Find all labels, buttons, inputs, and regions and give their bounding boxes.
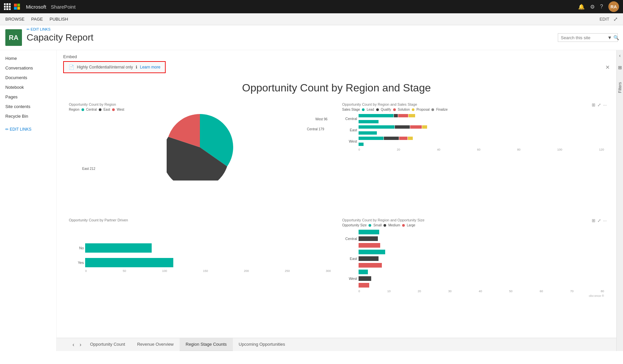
filters-panel: ‹ ⊞ Filters [616,50,623,351]
embed-label: Embed [63,54,610,59]
powered-by: obv:ence ® [342,293,604,298]
top-bar: Microsoft SharePoint 🔔 ⚙ ? RA [0,0,623,13]
size-west-medium [359,276,371,281]
size-west-large [359,283,369,288]
sidebar-item-notebook[interactable]: Notebook [0,82,56,92]
sidebar-item-conversations[interactable]: Conversations [0,63,56,73]
close-icon[interactable]: ✕ [605,64,610,70]
edit-links-header[interactable]: ✏ EDIT LINKS [27,27,51,32]
bar-label-east: East [342,128,357,132]
search-box[interactable]: ▼ 🔍 [558,33,618,42]
filter-icon[interactable]: ⊞ [618,65,622,70]
info-icon: ℹ [136,65,137,69]
sidebar-item-documents[interactable]: Documents [0,73,56,82]
app-name: SharePoint [51,4,76,10]
report-area: Opportunity Count by Region and Stage Op… [57,75,616,338]
tab-region-stage-counts[interactable]: Region Stage Counts [180,338,233,351]
bar-east-proposal [422,125,427,129]
bar-label-central: Central [342,117,357,121]
bar-central-finalize [359,120,379,123]
sidebar-item-site-contents[interactable]: Site contents [0,102,56,111]
pie-label-east: East 212 [82,167,95,171]
ribbon-page[interactable]: PAGE [31,17,43,22]
ribbon-expand-icon[interactable]: ⤢ [613,16,618,22]
size-label-west: West [342,277,357,281]
expand-icon-stage[interactable]: ⤢ [597,102,601,107]
learn-more-link[interactable]: Learn more [140,65,160,69]
partner-chart-title: Opportunity Count by Partner Driven [69,218,331,222]
legend-lead: Lead [367,108,374,111]
tab-prev-btn[interactable]: ‹ [70,342,77,348]
size-bar-central: Central [342,230,604,248]
microsoft-logo [14,4,20,10]
legend-dot-central [81,108,84,111]
tab-opportunity-count[interactable]: Opportunity Count [84,338,131,351]
notification-icon[interactable]: 🔔 [578,4,585,10]
filters-label[interactable]: Filters [618,82,622,93]
partner-label-no: No [69,246,84,250]
legend-dot-medium [384,224,386,227]
filter-icon-stage[interactable]: ⊞ [592,102,595,107]
legend-solution: Solution [398,108,410,111]
more-icon-stage[interactable]: ··· [603,102,607,107]
chevron-left-icon[interactable]: ‹ [619,53,621,58]
ribbon-publish[interactable]: PUBLISH [50,17,68,22]
pie-label-west: West 96 [315,117,328,121]
expand-icon-size[interactable]: ⤢ [597,218,601,223]
grid-icon[interactable] [4,3,11,10]
chart-icons-size: ⊞ ⤢ ··· [592,218,607,223]
partner-bar-yes: Yes [69,258,331,267]
legend-dot-large [402,224,405,227]
bar-row-central: Central [342,114,604,123]
ribbon-browse[interactable]: BROWSE [5,17,25,22]
page-title: Capacity Report [27,32,93,43]
size-group-central [359,230,604,248]
filter-icon-size[interactable]: ⊞ [592,218,595,223]
embed-banner: 📄 Highly Confidential\Internal only ℹ Le… [63,61,166,73]
settings-icon[interactable]: ⚙ [590,4,595,10]
bottom-tabs: ‹ › Opportunity Count Revenue Overview R… [57,338,616,351]
size-central-small [359,230,379,234]
search-input[interactable] [561,35,607,40]
tab-next-btn[interactable]: › [77,342,84,348]
size-legend: Opportunity Size Small Medium Large [342,223,604,227]
size-bar-west: West [342,270,604,288]
size-group-west [359,270,604,288]
pie-legend: Region Central East West [69,108,331,111]
sidebar: Home Conversations Documents Notebook Pa… [0,50,57,351]
chart-icons-stage: ⊞ ⤢ ··· [592,102,607,107]
size-bar-east: East [342,250,604,268]
help-icon[interactable]: ? [600,4,603,10]
pie-legend-label: Region [69,108,79,111]
ribbon: BROWSE PAGE PUBLISH EDIT ⤢ [0,13,623,25]
size-chart-title: Opportunity Count by Region and Opportun… [342,218,604,222]
ribbon-edit[interactable]: EDIT [599,17,609,22]
size-chart-panel: ⊞ ⤢ ··· Opportunity Count by Region and … [337,215,610,332]
partner-bar-fill-yes [85,258,173,267]
stage-axis: 020406080100120 [342,148,604,151]
sidebar-edit-links[interactable]: ✏ EDIT LINKS [0,124,56,135]
bar-west-solution [399,137,407,140]
sidebar-item-recycle-bin[interactable]: Recycle Bin [0,111,56,121]
size-east-small [359,250,385,254]
partner-bar-fill-no [85,243,152,253]
bar-row-east: East [342,125,604,135]
partner-chart-panel: Opportunity Count by Partner Driven No Y… [63,215,337,332]
avatar[interactable]: RA [608,1,619,12]
bar-central-qualify [394,114,398,117]
size-label-east: East [342,257,357,261]
sidebar-item-home[interactable]: Home [0,54,56,63]
tab-revenue-overview[interactable]: Revenue Overview [131,338,180,351]
report-title: Opportunity Count by Region and Stage [63,75,610,99]
bar-group-central [359,114,604,123]
more-icon-size[interactable]: ··· [603,218,607,223]
bar-group-west [359,137,604,146]
brand-name: Microsoft [26,4,46,10]
bar-east-qualify [395,125,410,129]
legend-east: East [103,108,110,111]
legend-dot-proposal [412,108,414,111]
size-axis: 01020304050607080 [342,290,604,293]
tab-upcoming-opportunities[interactable]: Upcoming Opportunities [233,338,291,351]
legend-dot-qualify [376,108,379,111]
sidebar-item-pages[interactable]: Pages [0,92,56,102]
